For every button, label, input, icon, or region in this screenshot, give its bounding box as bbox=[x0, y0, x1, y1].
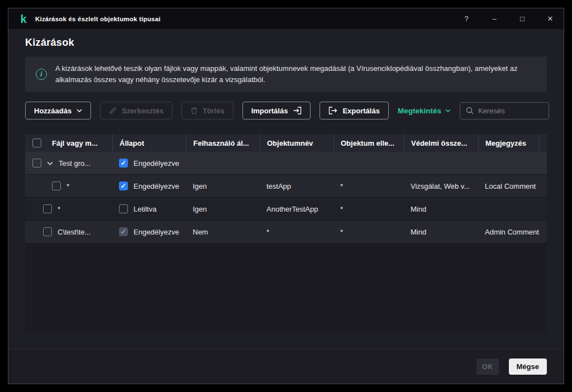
export-icon bbox=[328, 107, 337, 114]
cell-protection: Vizsgálat, Web v... bbox=[404, 182, 478, 190]
chevron-down-icon bbox=[445, 109, 451, 112]
delete-button[interactable]: Törlés bbox=[182, 102, 233, 119]
column-header-status[interactable]: Állapot bbox=[112, 134, 186, 152]
cell-checksum: * bbox=[333, 228, 404, 236]
row-checkbox[interactable] bbox=[52, 181, 61, 190]
info-banner: i A kizárások lehetővé teszik olyan fájl… bbox=[25, 56, 547, 92]
export-button-label: Exportálás bbox=[342, 107, 379, 115]
column-header-checksum[interactable]: Objektum elle... bbox=[333, 134, 404, 152]
page-title: Kizárások bbox=[25, 37, 547, 49]
pencil-icon bbox=[109, 107, 117, 114]
export-button[interactable]: Exportálás bbox=[320, 102, 388, 119]
delete-button-label: Törlés bbox=[203, 107, 225, 115]
titlebar: k Kizárások és észlelt objektumok típusa… bbox=[8, 8, 564, 29]
select-all-checkbox[interactable] bbox=[32, 138, 41, 147]
dialog-footer: OK Mégse bbox=[8, 349, 564, 384]
table-row-group[interactable]: Test gro... Engedélyezve bbox=[25, 152, 547, 175]
window-title: Kizárások és észlelt objektumok típusai bbox=[35, 16, 160, 22]
status-checkbox[interactable] bbox=[119, 181, 128, 190]
search-input[interactable] bbox=[478, 107, 543, 115]
ok-button[interactable]: OK bbox=[476, 358, 499, 375]
edit-button[interactable]: Szerkesztés bbox=[100, 102, 172, 119]
table-header: Fájl vagy m... Állapot Felhasználó ál...… bbox=[25, 134, 547, 152]
status-checkbox bbox=[119, 227, 128, 236]
cell-protection: Mind bbox=[404, 205, 478, 213]
add-button-label: Hozzáadás bbox=[34, 107, 72, 115]
table-empty-area bbox=[25, 243, 547, 332]
cell-user: Igen bbox=[186, 182, 260, 190]
row-checkbox[interactable] bbox=[43, 227, 52, 236]
cell-file: C\test\te... bbox=[58, 228, 90, 236]
app-window: k Kizárások és észlelt objektumok típusa… bbox=[8, 8, 564, 384]
kaspersky-logo-icon: k bbox=[17, 13, 30, 25]
info-icon: i bbox=[36, 69, 47, 80]
cell-object-name: testApp bbox=[260, 182, 333, 190]
cell-file: * bbox=[58, 205, 60, 213]
column-header-protection[interactable]: Védelmi össze... bbox=[404, 134, 478, 152]
row-checkbox[interactable] bbox=[32, 159, 41, 168]
view-menu-button[interactable]: Megtekintés bbox=[398, 107, 451, 115]
cell-user: Igen bbox=[186, 205, 260, 213]
help-button[interactable]: ? bbox=[462, 15, 471, 23]
expander-chevron-down-icon[interactable] bbox=[47, 161, 53, 165]
info-banner-text: A kizárások lehetővé teszik olyan fájlok… bbox=[55, 63, 536, 85]
status-label: Engedélyezve bbox=[134, 159, 179, 168]
table-row[interactable]: C\test\te... Engedélyezve Nem * * Mind A… bbox=[25, 221, 547, 243]
search-box bbox=[460, 102, 549, 119]
column-header-object-name[interactable]: Objektumnév bbox=[260, 134, 333, 152]
status-checkbox[interactable] bbox=[119, 204, 128, 213]
cell-protection: Mind bbox=[404, 228, 478, 236]
status-label: Engedélyezve bbox=[134, 228, 179, 236]
add-button[interactable]: Hozzáadás bbox=[25, 102, 91, 119]
exclusions-table: Fájl vagy m... Állapot Felhasználó ál...… bbox=[25, 134, 547, 332]
close-button[interactable]: ✕ bbox=[546, 15, 555, 23]
table-row[interactable]: * Engedélyezve Igen testApp * Vizsgálat,… bbox=[25, 175, 547, 198]
column-header-comment[interactable]: Megjegyzés bbox=[478, 134, 539, 152]
main-content: Kizárások i A kizárások lehetővé teszik … bbox=[8, 29, 564, 349]
row-checkbox[interactable] bbox=[43, 204, 52, 213]
group-name: Test gro... bbox=[59, 159, 90, 168]
status-checkbox[interactable] bbox=[119, 159, 128, 168]
column-header-user[interactable]: Felhasználó ál... bbox=[186, 134, 260, 152]
cell-user: Nem bbox=[186, 228, 260, 236]
cell-object-name: * bbox=[260, 228, 333, 236]
minimize-button[interactable]: – bbox=[490, 15, 499, 23]
cell-file: * bbox=[66, 182, 69, 190]
maximize-button[interactable]: □ bbox=[518, 15, 527, 23]
chevron-down-icon bbox=[77, 109, 82, 112]
table-row[interactable]: * Letiltva Igen AnotherTestApp * Mind bbox=[25, 198, 547, 221]
search-icon bbox=[466, 107, 474, 114]
cell-checksum: * bbox=[333, 205, 404, 213]
cell-object-name: AnotherTestApp bbox=[260, 205, 333, 213]
view-menu-label: Megtekintés bbox=[398, 107, 441, 115]
column-header-file[interactable]: Fájl vagy m... bbox=[45, 134, 112, 152]
window-controls: ? – □ ✕ bbox=[462, 15, 555, 23]
trash-icon bbox=[190, 107, 198, 114]
cancel-button[interactable]: Mégse bbox=[509, 358, 547, 375]
cell-comment: Local Comment bbox=[478, 182, 539, 190]
toolbar: Hozzáadás Szerkesztés Törlés Importálás … bbox=[25, 102, 547, 119]
cell-comment: Admin Comment bbox=[478, 228, 539, 236]
status-label: Engedélyezve bbox=[134, 182, 179, 190]
scrollbar-track[interactable] bbox=[539, 134, 547, 152]
cell-checksum: * bbox=[333, 182, 404, 190]
import-icon bbox=[293, 107, 302, 114]
status-label: Letiltva bbox=[134, 205, 156, 213]
edit-button-label: Szerkesztés bbox=[122, 107, 163, 115]
import-button[interactable]: Importálás bbox=[242, 102, 311, 119]
import-button-label: Importálás bbox=[251, 107, 288, 115]
